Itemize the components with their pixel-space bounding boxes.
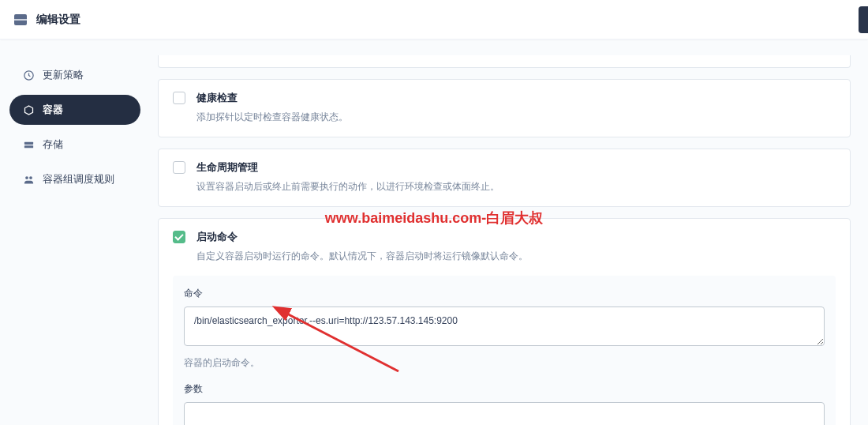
section-desc: 自定义容器启动时运行的命令。默认情况下，容器启动时将运行镜像默认命令。 (196, 249, 528, 263)
sidebar-item-label: 容器 (43, 103, 63, 117)
sidebar-item-label: 更新策略 (43, 68, 84, 82)
drawer-handle[interactable] (859, 6, 868, 33)
storage-icon (22, 138, 35, 151)
svg-point-4 (29, 176, 32, 179)
startup-form: 命令 容器的启动命令。 参数 (173, 276, 836, 425)
command-input[interactable] (184, 307, 825, 346)
section-title: 健康检查 (196, 91, 348, 105)
previous-card-bottom (158, 55, 851, 68)
section-desc: 添加探针以定时检查容器健康状态。 (196, 110, 348, 124)
sidebar-item-scheduling[interactable]: 容器组调度规则 (9, 164, 140, 194)
sidebar-item-label: 容器组调度规则 (43, 172, 114, 186)
content-area: 健康检查 添加探针以定时检查容器健康状态。 生命周期管理 设置容器启动后或终止前… (150, 39, 868, 425)
command-help: 容器的启动命令。 (184, 356, 825, 370)
args-input[interactable] (184, 402, 825, 425)
section-title: 启动命令 (196, 230, 528, 244)
sidebar-item-update-strategy[interactable]: 更新策略 (9, 60, 140, 90)
startup-command-checkbox[interactable] (173, 231, 185, 243)
page-header: 编辑设置 (0, 0, 868, 39)
sidebar-item-containers[interactable]: 容器 (9, 95, 140, 125)
command-label: 命令 (184, 287, 825, 300)
section-startup-command: 启动命令 自定义容器启动时运行的命令。默认情况下，容器启动时将运行镜像默认命令。… (158, 218, 851, 425)
lifecycle-checkbox[interactable] (173, 161, 185, 174)
svg-rect-2 (24, 145, 32, 148)
section-health-check: 健康检查 添加探针以定时检查容器健康状态。 (158, 79, 851, 137)
svg-point-3 (25, 176, 28, 179)
args-label: 参数 (184, 382, 825, 396)
health-check-checkbox[interactable] (173, 92, 185, 104)
app-icon (14, 14, 27, 25)
container-icon (22, 103, 35, 116)
sidebar: 更新策略 容器 存储 容器组调度规则 (0, 39, 150, 425)
clock-icon (22, 69, 35, 81)
svg-rect-1 (24, 141, 32, 144)
section-lifecycle: 生命周期管理 设置容器启动后或终止前需要执行的动作，以进行环境检查或体面终止。 (158, 149, 851, 207)
section-title: 生命周期管理 (196, 160, 499, 175)
section-desc: 设置容器启动后或终止前需要执行的动作，以进行环境检查或体面终止。 (196, 179, 499, 194)
sidebar-item-label: 存储 (43, 137, 63, 152)
scheduling-icon (22, 173, 35, 186)
page-title: 编辑设置 (36, 13, 80, 27)
sidebar-item-storage[interactable]: 存储 (9, 130, 140, 160)
